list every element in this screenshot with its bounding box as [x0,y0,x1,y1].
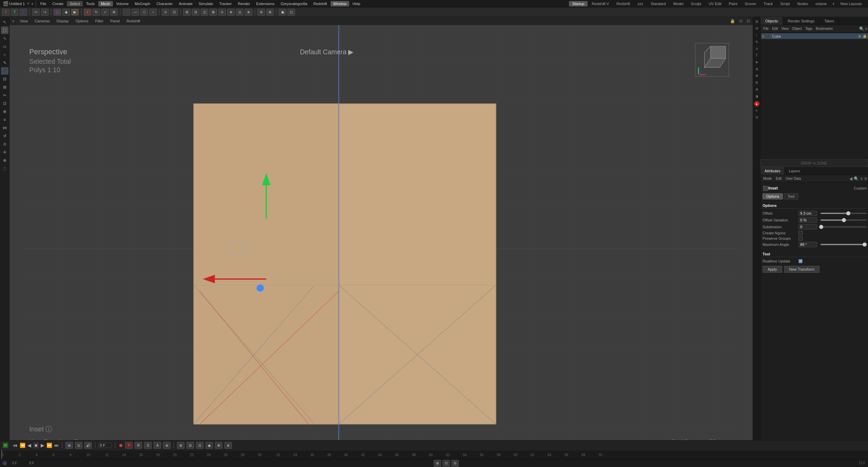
menu-extensions[interactable]: Extensions [254,1,277,6]
display-menu-item[interactable]: Display [55,18,70,24]
attr-options-tab[interactable]: Options [763,193,783,199]
menu-render[interactable]: Render [235,1,253,6]
mode-new-layouts[interactable]: New Layouts [837,1,865,6]
timeline-mode-1[interactable]: ⊞ [65,442,73,449]
obj-tags-btn[interactable]: Tags [804,27,814,31]
record-rot[interactable]: R [135,442,142,449]
rc-icon-11[interactable]: ⊗ [754,86,760,92]
timeline-ctrl-4[interactable]: ◉ [205,442,213,449]
tab-objects[interactable]: Objects [761,17,783,25]
record-scale[interactable]: S [144,442,152,449]
mode-standard[interactable]: Standard [647,1,669,6]
tool-loop[interactable]: ⊟ [1,75,8,83]
tool-knife[interactable]: ✂ [1,92,8,99]
undo-btn[interactable]: ↩ [32,9,40,16]
attr-nav-prev[interactable]: ◀ [849,176,852,181]
offset-variation-slider[interactable] [821,219,867,221]
status-icon-1[interactable]: ⊞ [434,460,441,467]
rc-icon-grid[interactable]: ≡ [754,107,760,113]
timeline-ctrl-6[interactable]: ⊗ [224,442,232,449]
menu-simulate[interactable]: Simulate [196,1,216,6]
cameras-menu-item[interactable]: Cameras [33,18,51,24]
tool-circle[interactable]: ○ [1,51,8,58]
menu-select[interactable]: Select [67,1,83,6]
obj-edit-btn[interactable]: Edit [771,27,779,31]
timeline-ctrl-3[interactable]: ⊡ [196,442,203,449]
axis-y-btn[interactable]: Y [11,9,18,16]
axis-x-btn[interactable]: X [2,9,9,16]
mode-sculpt[interactable]: Sculpt [688,1,705,6]
status-icon-3[interactable]: ⊟ [451,460,459,467]
timeline-ctrl-2[interactable]: ⊟ [186,442,194,449]
render-active-btn[interactable]: ▶ [71,9,79,16]
mode-uvedit[interactable]: UV Edit [705,1,725,6]
new-transform-button[interactable]: New Transform [784,266,820,273]
add-layout-btn[interactable]: + [832,1,835,6]
tool-a[interactable]: ⊞ [183,9,191,16]
rc-icon-4[interactable]: ↻ [754,39,760,45]
tool-inset[interactable]: ⬛ [1,67,8,75]
rc-icon-5[interactable]: ⊙ [754,45,760,52]
offset-input[interactable] [798,211,817,216]
obj-search-icon[interactable]: 🔍 [859,26,864,31]
attr-close-icon[interactable]: ✕ [864,176,867,181]
menu-window[interactable]: Window [331,1,349,6]
create-ngons-checkbox[interactable] [798,231,803,235]
obj-filter-icon[interactable]: ≡ [865,26,867,31]
goto-end-btn[interactable]: ⏭ [54,443,59,448]
menu-greyscalegorilla[interactable]: Greyscalegorilla [278,1,310,6]
offset-slider[interactable] [821,213,867,214]
mode-script[interactable]: Script [777,1,793,6]
axis-z-btn[interactable]: Z [20,9,27,16]
tab-layers[interactable]: Layers [785,167,804,175]
timeline-mode-2[interactable]: ⊡ [75,442,82,449]
polys-mode-btn[interactable]: ⬡ [140,9,148,16]
menu-file[interactable]: File [38,1,49,6]
object-mode-btn[interactable]: ○ [149,9,157,16]
menu-tracker[interactable]: Tracker [217,1,235,6]
cube-vis-icon[interactable]: ◉ [858,34,861,38]
next-frame-btn[interactable]: ⏩ [46,443,52,448]
transform-tool-btn[interactable]: ⊞ [110,9,118,16]
redo-btn[interactable]: ↪ [41,9,48,16]
render-btn[interactable]: ◉ [62,9,70,16]
tool-j[interactable]: ⊞ [266,9,274,16]
record-btn[interactable]: ⏺ [118,443,123,448]
rc-icon-2[interactable]: ⊟ [754,25,760,31]
menu-volume[interactable]: Volume [114,1,132,6]
view-menu-item[interactable]: View [18,18,29,24]
rc-icon-last[interactable]: ⊘ [754,114,760,120]
mode-zzz[interactable]: zzz [634,1,647,6]
offset-variation-input[interactable] [798,217,817,223]
frame-input[interactable] [98,443,112,448]
attr-edit-btn[interactable]: Edit [774,177,783,180]
panel-menu-item[interactable]: Panel [109,18,121,24]
menu-create[interactable]: Create [50,1,66,6]
filter-menu-item[interactable]: Filter [94,18,105,24]
move-tool-btn[interactable]: ↕ [84,9,91,16]
rc-icon-12[interactable]: ◑ [754,93,760,99]
tool-dissolve[interactable]: ◌ [1,165,8,172]
mode-redshiftv[interactable]: Redshift V [588,1,612,6]
record-all[interactable]: A [154,442,161,449]
tool-e[interactable]: ⊙ [218,9,226,16]
tool-l[interactable]: ◰ [288,9,295,16]
attr-userdata-btn[interactable]: User Data [784,177,802,180]
tab-takes[interactable]: Takes [820,17,839,25]
tool-arrow[interactable]: ↖ [1,18,8,26]
tool-k[interactable]: ▣ [279,9,286,16]
tool-g[interactable]: ◎ [236,9,243,16]
timeline-ctrl-5[interactable]: ✻ [215,442,222,449]
tool-i[interactable]: ⧉ [257,9,265,16]
play-btn[interactable]: ▶ [41,443,44,448]
attr-filter-icon[interactable]: ≡ [860,176,863,181]
realtime-update-checkbox[interactable]: ✓ [798,259,803,263]
tool-spin[interactable]: ↺ [1,132,8,140]
record-pos[interactable]: P [125,442,133,449]
attr-tool-tab[interactable]: Tool [784,193,798,199]
mode-startup[interactable]: Startup [569,1,588,6]
timeline-ctrl-1[interactable]: ⊞ [177,442,184,449]
obj-view-btn[interactable]: View [780,27,790,31]
obj-bookmarks-btn[interactable]: Bookmarks [814,27,834,31]
rotate-tool-btn[interactable]: ↻ [93,9,100,16]
